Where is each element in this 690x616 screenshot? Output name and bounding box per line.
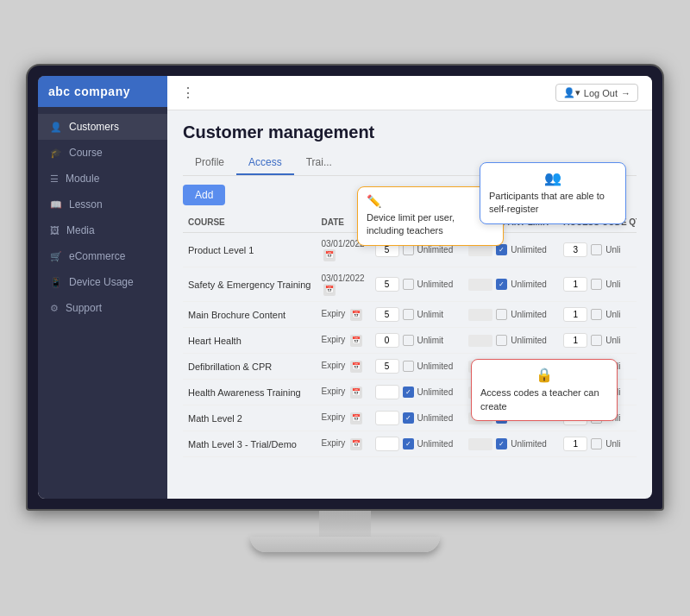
device-num-input[interactable] bbox=[375, 359, 399, 374]
date-cell: Expiry bbox=[321, 387, 345, 396]
access-unlimited-checkbox[interactable] bbox=[591, 244, 602, 255]
access-num-input[interactable] bbox=[563, 333, 587, 348]
support-icon: ⚙ bbox=[50, 303, 59, 314]
access-unlimited-checkbox[interactable] bbox=[591, 309, 602, 320]
screen-inner: abc company 👤 Customers 🎓 Course ☰ Modul… bbox=[38, 76, 652, 499]
sidebar-label-lesson: Lesson bbox=[69, 198, 103, 211]
access-num-input[interactable] bbox=[563, 307, 587, 322]
device-unlimited-label: Unlimited bbox=[417, 439, 454, 449]
sidebar-item-module[interactable]: ☰ Module bbox=[38, 166, 167, 192]
course-name: Defibrillation & CPR bbox=[188, 361, 272, 372]
participant-limit-cell: ✓ Unlimited bbox=[468, 279, 553, 291]
participant-fill bbox=[468, 309, 492, 321]
access-code-cell: Unli bbox=[563, 437, 637, 451]
access-unlimited-checkbox[interactable] bbox=[591, 438, 602, 449]
device-num-input[interactable] bbox=[375, 277, 399, 292]
tab-profile[interactable]: Profile bbox=[183, 151, 236, 175]
date-cell: Expiry bbox=[321, 335, 345, 344]
course-name: Product Level 1 bbox=[188, 245, 254, 255]
tooltip-access-text: Access codes a teacher can create bbox=[480, 387, 608, 413]
device-unlimited-checkbox[interactable] bbox=[403, 335, 414, 346]
date-cell: 03/01/2022 bbox=[321, 273, 364, 283]
device-unlimited-checkbox[interactable] bbox=[403, 361, 414, 372]
device-num-input[interactable] bbox=[375, 411, 399, 425]
device-num-input[interactable] bbox=[375, 307, 399, 322]
sidebar-label-module: Module bbox=[66, 173, 99, 185]
sidebar-item-media[interactable]: 🖼 Media bbox=[38, 217, 167, 243]
tab-access[interactable]: Access bbox=[236, 151, 294, 175]
top-bar-right: 👤▾ Log Out → bbox=[555, 84, 638, 102]
device-limit-cell: ✓ Unlimited bbox=[375, 411, 459, 425]
participant-unlimited-checkbox[interactable] bbox=[496, 335, 507, 346]
participant-limit-cell: ✓ Unlimited bbox=[468, 438, 553, 450]
menu-dots[interactable]: ⋮ bbox=[181, 85, 195, 101]
access-unlimited-label: Unli bbox=[605, 336, 620, 345]
participant-unlimited-checkbox[interactable]: ✓ bbox=[496, 438, 507, 449]
device-limit-cell: Unlimited bbox=[375, 277, 459, 292]
device-unlimited-label: Unlimited bbox=[417, 387, 454, 397]
date-cell: Expiry bbox=[321, 309, 345, 318]
device-unlimited-checkbox[interactable]: ✓ bbox=[403, 438, 414, 449]
date-cell: Expiry bbox=[321, 361, 345, 370]
calendar-icon[interactable]: 📅 bbox=[350, 335, 362, 347]
monitor-wrapper: abc company 👤 Customers 🎓 Course ☰ Modul… bbox=[17, 64, 673, 552]
calendar-icon[interactable]: 📅 bbox=[350, 361, 362, 373]
participant-unlimited-checkbox[interactable]: ✓ bbox=[496, 279, 507, 290]
device-num-input[interactable] bbox=[375, 333, 399, 348]
participant-fill bbox=[468, 279, 492, 291]
add-button[interactable]: Add bbox=[183, 185, 225, 205]
calendar-icon[interactable]: 📅 bbox=[350, 412, 362, 424]
sidebar-item-device-usage[interactable]: 📱 Device Usage bbox=[38, 269, 167, 295]
participant-unlimited-checkbox[interactable] bbox=[496, 309, 507, 320]
access-num-input[interactable] bbox=[563, 242, 587, 257]
col-course: COURSE bbox=[183, 212, 316, 233]
access-unlimited-checkbox[interactable] bbox=[591, 335, 602, 346]
device-limit-cell: Unlimited bbox=[375, 359, 459, 374]
logout-label: Log Out bbox=[584, 88, 618, 98]
course-name: Health Awareness Training bbox=[188, 387, 301, 398]
calendar-icon[interactable]: 📅 bbox=[350, 438, 362, 450]
page-title: Customer management bbox=[183, 123, 637, 142]
access-num-input[interactable] bbox=[563, 277, 587, 292]
device-limit-cell: ✓ Unlimited bbox=[375, 437, 459, 451]
calendar-icon[interactable]: 📅 bbox=[323, 249, 336, 261]
sidebar-item-ecommerce[interactable]: 🛒 eCommerce bbox=[38, 243, 167, 269]
access-unlimited-checkbox[interactable] bbox=[591, 279, 602, 290]
calendar-icon[interactable]: 📅 bbox=[350, 309, 362, 321]
tab-training[interactable]: Trai... bbox=[294, 151, 344, 175]
device-num-input[interactable] bbox=[375, 437, 399, 451]
sidebar-item-support[interactable]: ⚙ Support bbox=[38, 295, 167, 321]
calendar-icon[interactable]: 📅 bbox=[323, 284, 336, 296]
calendar-icon[interactable]: 📅 bbox=[350, 387, 362, 399]
device-unlimited-label: Unlimited bbox=[417, 280, 454, 289]
company-name: abc company bbox=[48, 85, 130, 98]
table-row: Heart Health Expiry 📅 Unlimit bbox=[183, 328, 637, 354]
access-unlimited-label: Unli bbox=[605, 439, 620, 449]
sidebar-item-customers[interactable]: 👤 Customers bbox=[38, 114, 167, 140]
device-unlimited-checkbox[interactable] bbox=[403, 309, 414, 320]
sidebar-item-course[interactable]: 🎓 Course bbox=[38, 140, 167, 166]
table-row: Main Brochure Content Expiry 📅 Unlimit bbox=[183, 302, 637, 328]
sidebar-item-lesson[interactable]: 📖 Lesson bbox=[38, 192, 167, 217]
logout-button[interactable]: 👤▾ Log Out → bbox=[555, 84, 638, 102]
people-icon: 👥 bbox=[489, 170, 617, 186]
device-limit-cell: Unlimit bbox=[375, 307, 459, 322]
sidebar: abc company 👤 Customers 🎓 Course ☰ Modul… bbox=[38, 76, 167, 499]
device-usage-icon: 📱 bbox=[50, 277, 62, 288]
participant-unlimited-checkbox[interactable]: ✓ bbox=[496, 244, 507, 255]
device-unlimited-checkbox[interactable] bbox=[403, 279, 414, 290]
device-unlimited-checkbox[interactable] bbox=[403, 244, 414, 255]
device-unlimited-checkbox[interactable]: ✓ bbox=[403, 387, 414, 398]
access-num-input[interactable] bbox=[563, 437, 587, 451]
device-unlimited-label: Unlimit bbox=[417, 336, 444, 345]
access-code-cell: Unli bbox=[563, 307, 637, 322]
user-icon: 👤▾ bbox=[563, 87, 580, 98]
device-num-input[interactable] bbox=[375, 385, 399, 399]
date-cell: Expiry bbox=[321, 438, 345, 448]
sidebar-label-customers: Customers bbox=[69, 121, 119, 133]
device-unlimited-checkbox[interactable]: ✓ bbox=[403, 412, 414, 424]
course-icon: 🎓 bbox=[50, 148, 62, 159]
sidebar-label-ecommerce: eCommerce bbox=[69, 250, 125, 262]
tooltip-access-codes: 🔒 Access codes a teacher can create bbox=[471, 359, 618, 421]
tooltip-participant-limit: 👥 Participants that are able to self-reg… bbox=[480, 162, 626, 224]
